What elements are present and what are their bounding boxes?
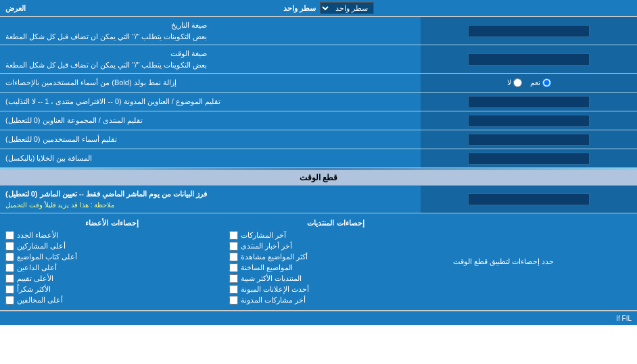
cb-most-thanked-input[interactable]: [5, 285, 14, 294]
bottom-note-bar: If FIL: [0, 311, 637, 325]
stats-apply-label: حدد إحصاءات لتطبيق قطع الوقت: [453, 257, 554, 266]
cb-hot-topics-input[interactable]: [229, 263, 238, 272]
cb-top-inviters: أعلى الداعين: [5, 263, 218, 272]
cb-last-news: أخر أخبار المنتدى: [229, 242, 442, 251]
cb-top-rated-input[interactable]: [5, 274, 14, 283]
forum-titles-input-cell: 33: [421, 111, 637, 130]
cb-top-writers: أعلى كتاب المواضيع: [5, 253, 218, 261]
main-container: سطر واحد سطرين ثلاثة أسطر سطر واحد العرض…: [0, 0, 637, 325]
cb-latest-announce-input[interactable]: [229, 285, 238, 294]
cb-last-news-input[interactable]: [229, 242, 238, 251]
date-format-label: صيغة التاريخ بعض التكوينات يتطلب "/" الت…: [0, 17, 421, 45]
time-format-input[interactable]: H:i: [468, 53, 590, 66]
display-mode-select[interactable]: سطر واحد سطرين ثلاثة أسطر: [320, 2, 374, 14]
cb-top-inviters-input[interactable]: [5, 263, 14, 272]
cb-blog-posts: أخر مشاركات المدونة: [229, 296, 442, 305]
checkbox-area: حدد إحصاءات لتطبيق قطع الوقت إحصاءات الم…: [0, 213, 637, 311]
cb-top-posters: أعلى المشاركين: [5, 242, 218, 251]
date-format-input-cell: d-m: [421, 17, 637, 45]
time-format-row: H:i صيغة الوقت بعض التكوينات يتطلب "/" ا…: [0, 45, 637, 74]
cell-space-input-cell: 2: [421, 149, 637, 167]
user-names-input[interactable]: 0: [468, 134, 590, 146]
cutoff-days-row: 0 فرز البيانات من يوم الماشر الماضي فقط …: [0, 186, 637, 213]
date-format-input[interactable]: d-m: [468, 25, 590, 37]
forum-titles-row: 33 تقليم المنتدى / المجموعة العناوين (0 …: [0, 111, 637, 130]
cutoff-days-input-cell: 0: [421, 186, 637, 213]
bold-radio-cell: نعم لا: [421, 74, 637, 92]
user-names-input-cell: 0: [421, 130, 637, 149]
cb-most-similar: المنتديات الأكثر شبية: [229, 274, 442, 283]
cell-space-input[interactable]: 2: [468, 153, 590, 165]
cb-latest-announce: أحدث الإعلانات المبونة: [229, 285, 442, 294]
cb-top-writers-input[interactable]: [5, 253, 14, 261]
forum-titles-label: تقليم المنتدى / المجموعة العناوين (0 للت…: [0, 111, 421, 130]
cb-last-posts: آخر المشاركات: [229, 231, 442, 240]
cb-last-posts-input[interactable]: [229, 231, 238, 240]
cutoff-section-header: قطع الوقت: [0, 170, 637, 186]
radio-yes-label[interactable]: نعم: [530, 78, 551, 87]
user-names-label: تقليم أسماء المستخدمين (0 للتعطيل): [0, 130, 421, 149]
cb-top-violators-input[interactable]: [5, 296, 14, 305]
topic-titles-input[interactable]: 33: [468, 96, 590, 108]
cb-new-members-input[interactable]: [5, 231, 14, 240]
cb-most-viewed-input[interactable]: [229, 253, 238, 261]
topic-titles-row: 33 تقليم الموضوع / العناوين المدونة (0 -…: [0, 93, 637, 111]
cb-top-posters-input[interactable]: [5, 242, 14, 251]
cb-most-thanked: الأكثر شكراً: [5, 285, 218, 294]
user-names-row: 0 تقليم أسماء المستخدمين (0 للتعطيل): [0, 130, 637, 149]
page-title-right: العرض: [5, 4, 26, 13]
bottom-note-text: If FIL: [616, 315, 632, 322]
topic-titles-input-cell: 33: [421, 93, 637, 111]
forum-stats-col: إحصاءات المنتديات آخر المشاركات أخر أخبا…: [224, 216, 448, 307]
radio-yes[interactable]: [542, 78, 551, 87]
forum-stats-header: إحصاءات المنتديات: [229, 219, 442, 228]
cutoff-days-input[interactable]: 0: [468, 193, 590, 205]
header-row: سطر واحد سطرين ثلاثة أسطر سطر واحد العرض: [0, 0, 637, 17]
cb-new-members: الأعضاء الجدد: [5, 231, 218, 240]
cb-top-violators: أعلى المخالفين: [5, 296, 218, 305]
cutoff-days-label: فرز البيانات من يوم الماشر الماضي فقط --…: [0, 186, 421, 213]
cell-space-label: المسافة بين الخلايا (بالبكسل): [0, 149, 421, 167]
header-label: سطر واحد: [283, 4, 316, 13]
stats-apply-label-col: حدد إحصاءات لتطبيق قطع الوقت: [448, 216, 637, 307]
forum-titles-input[interactable]: 33: [468, 115, 590, 127]
topic-titles-label: تقليم الموضوع / العناوين المدونة (0 -- ا…: [0, 93, 421, 111]
cb-hot-topics: المواضيع الساخنة: [229, 263, 442, 272]
time-format-input-cell: H:i: [421, 45, 637, 73]
date-format-row: d-m صيغة التاريخ بعض التكوينات يتطلب "/"…: [0, 17, 637, 45]
member-stats-col: إحصاءات الأعضاء الأعضاء الجدد أعلى المشا…: [0, 216, 224, 307]
cb-most-viewed: أكثر المواضيع مشاهدة: [229, 253, 442, 261]
bold-remove-label: إزالة نمط بولد (Bold) من أسماء المستخدمي…: [0, 74, 421, 92]
member-stats-header: إحصاءات الأعضاء: [5, 219, 218, 228]
cb-top-rated: الأعلى تقييم: [5, 274, 218, 283]
cell-space-row: 2 المسافة بين الخلايا (بالبكسل): [0, 149, 637, 168]
cb-blog-posts-input[interactable]: [229, 296, 238, 305]
cb-most-similar-input[interactable]: [229, 274, 238, 283]
radio-no[interactable]: [513, 78, 522, 87]
time-format-label: صيغة الوقت بعض التكوينات يتطلب "/" التي …: [0, 45, 421, 73]
bold-remove-row: نعم لا إزالة نمط بولد (Bold) من أسماء ال…: [0, 74, 637, 93]
radio-no-label[interactable]: لا: [507, 78, 522, 87]
